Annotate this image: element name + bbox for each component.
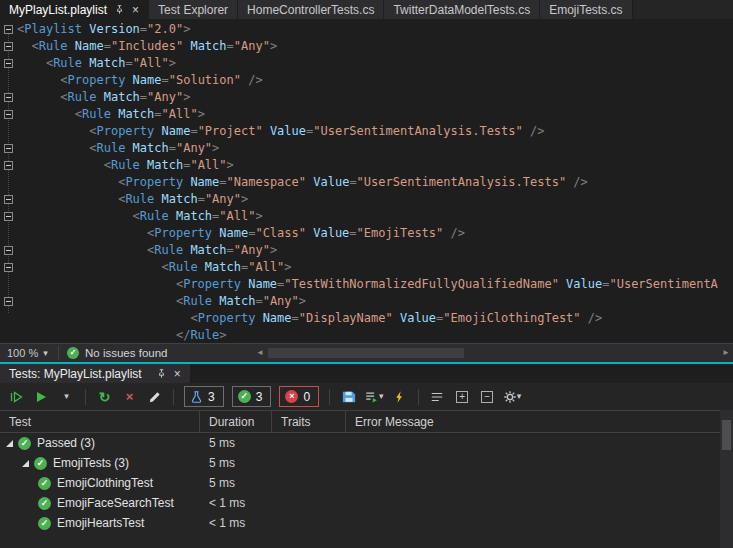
fold-gutter (0, 259, 17, 276)
collapse-all-icon: − (481, 391, 493, 403)
code-line: <Property Name="TestWithNormalizedFullyQ… (0, 276, 733, 293)
fold-gutter (0, 55, 17, 72)
tab-label: EmojiTests.cs (549, 3, 622, 17)
collapse-region-icon[interactable] (4, 110, 13, 119)
group-by-button[interactable] (426, 386, 449, 408)
collapse-all-button[interactable]: − (476, 386, 499, 408)
collapse-region-icon[interactable] (4, 195, 13, 204)
pin-icon[interactable] (114, 4, 125, 15)
test-cell: ✓EmojiHeartsTest (0, 516, 200, 530)
collapse-region-icon[interactable] (4, 297, 13, 306)
expand-all-button[interactable]: + (451, 386, 474, 408)
test-row[interactable]: ✓Passed (3)5 ms (0, 433, 733, 453)
code-line: <Rule Match="All"> (0, 157, 733, 174)
collapse-region-icon[interactable] (4, 144, 13, 153)
collapse-region-icon[interactable] (4, 42, 13, 51)
run-all-tests-button[interactable] (5, 386, 28, 408)
live-unit-testing-button[interactable] (388, 386, 411, 408)
test-row[interactable]: ✓EmojiClothingTest5 ms (0, 473, 733, 493)
fold-gutter (0, 242, 17, 259)
total-count: 3 (208, 390, 215, 404)
test-row[interactable]: ✓EmojiTests (3)5 ms (0, 453, 733, 473)
failed-icon: × (285, 390, 298, 403)
close-icon[interactable]: × (174, 368, 181, 380)
total-tests-filter[interactable]: 3 (184, 386, 224, 407)
test-row[interactable]: ✓EmojiFaceSearchTest< 1 ms (0, 493, 733, 513)
passed-tests-filter[interactable]: ✓ 3 (232, 386, 272, 407)
code-line: <Rule Name="Includes" Match="Any"> (0, 38, 733, 55)
test-passed-icon: ✓ (38, 517, 51, 530)
editor-tab[interactable]: MyPlayList.playlist× (0, 0, 149, 19)
code-line: <Rule Match="Any"> (0, 242, 733, 259)
scroll-right-icon[interactable]: ► (722, 344, 730, 362)
chevron-down-icon: ▾ (64, 392, 69, 401)
test-name: EmojiFaceSearchTest (57, 496, 174, 510)
code-line: <Rule Match="All"> (0, 259, 733, 276)
repeat-icon: ↻ (99, 390, 111, 404)
code-line: <Playlist Version="2.0"> (0, 21, 733, 38)
toolbar-separator (418, 389, 419, 405)
collapse-region-icon[interactable] (4, 246, 13, 255)
issues-status: No issues found (85, 344, 167, 362)
code-line: <Rule Match="Any"> (0, 191, 733, 208)
scroll-left-icon[interactable]: ◄ (256, 344, 264, 362)
pencil-icon (148, 390, 162, 404)
test-cell: ✓EmojiClothingTest (0, 476, 200, 490)
column-header-traits[interactable]: Traits (272, 411, 346, 432)
failed-tests-filter[interactable]: × 0 (279, 386, 319, 407)
fold-gutter (0, 72, 17, 89)
xml-editor[interactable]: <Playlist Version="2.0"><Rule Name="Incl… (0, 19, 733, 343)
column-header-error-message[interactable]: Error Message (346, 411, 720, 432)
fold-gutter (0, 89, 17, 106)
test-results-panel: Tests: MyPlayList.playlist × ▾ ↻ × 3 (0, 362, 733, 548)
edit-playlist-button[interactable] (143, 386, 166, 408)
test-passed-icon: ✓ (34, 457, 47, 470)
editor-tab[interactable]: Test Explorer (149, 0, 238, 19)
repeat-last-run-button[interactable]: ↻ (93, 386, 116, 408)
fold-gutter (0, 293, 17, 310)
expander-icon[interactable] (22, 460, 29, 467)
panel-tab-tests[interactable]: Tests: MyPlayList.playlist × (0, 364, 190, 383)
run-button[interactable] (30, 386, 53, 408)
cancel-icon: × (126, 390, 134, 403)
gear-icon (503, 390, 517, 404)
collapse-region-icon[interactable] (4, 212, 13, 221)
playlist-menu-button[interactable]: ▾ (362, 386, 386, 408)
column-header-duration[interactable]: Duration (200, 411, 272, 432)
playlist-icon (364, 390, 379, 404)
cancel-run-button[interactable]: × (118, 386, 141, 408)
play-icon (37, 392, 46, 402)
run-dropdown-button[interactable]: ▾ (55, 386, 78, 408)
code-line: </Rule> (0, 327, 733, 343)
passed-count: 3 (256, 390, 263, 404)
column-header-test[interactable]: Test (0, 411, 200, 432)
settings-button[interactable]: ▾ (501, 386, 524, 408)
editor-tab[interactable]: HomeControllerTests.cs (238, 0, 384, 19)
vertical-scrollbar[interactable] (720, 410, 733, 548)
editor-tab[interactable]: EmojiTests.cs (540, 0, 632, 19)
zoom-select[interactable]: 100 % ▾ (7, 344, 48, 362)
test-passed-icon: ✓ (18, 437, 31, 450)
vertical-scrollbar-thumb[interactable] (722, 420, 731, 450)
code-line: <Property Name="DisplayName" Value="Emoj… (0, 310, 733, 327)
collapse-region-icon[interactable] (4, 25, 13, 34)
collapse-region-icon[interactable] (4, 161, 13, 170)
group-by-icon (430, 390, 444, 404)
editor-status-bar: 100 % ▾ ✓ No issues found ◄ ► (0, 343, 733, 362)
code-area: <Playlist Version="2.0"><Rule Name="Incl… (0, 21, 733, 343)
test-row[interactable]: ✓EmojiHeartsTest< 1 ms (0, 513, 733, 533)
test-name: Passed (3) (37, 436, 95, 450)
collapse-region-icon[interactable] (4, 59, 13, 68)
horizontal-scrollbar-thumb[interactable] (268, 348, 464, 358)
save-playlist-button[interactable] (337, 386, 360, 408)
test-duration: 5 ms (200, 456, 272, 470)
collapse-region-icon[interactable] (4, 263, 13, 272)
code-line: <Property Name="Namespace" Value="UserSe… (0, 174, 733, 191)
editor-tab-bar: MyPlayList.playlist×Test ExplorerHomeCon… (0, 0, 733, 19)
pin-icon[interactable] (156, 368, 167, 379)
expander-icon[interactable] (6, 440, 13, 447)
collapse-region-icon[interactable] (4, 93, 13, 102)
editor-tab[interactable]: TwitterDataModelTests.cs (384, 0, 540, 19)
close-icon[interactable]: × (132, 4, 139, 16)
test-passed-icon: ✓ (38, 497, 51, 510)
